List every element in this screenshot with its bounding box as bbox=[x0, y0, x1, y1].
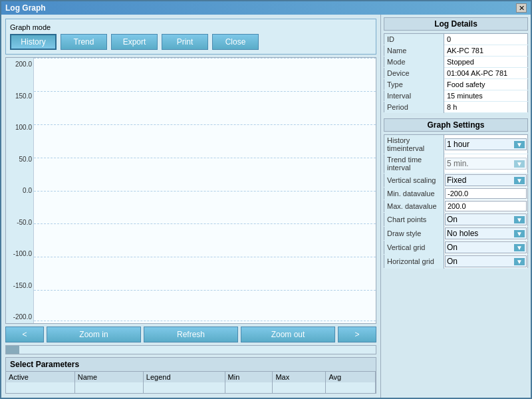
y-label-50: 50.0 bbox=[7, 156, 32, 163]
right-panel: Log Details ID 0 Name AK-PC 781 Mode Sto… bbox=[381, 15, 531, 398]
graph-settings-table: History timeinterval 1 hour ▼ Trend time… bbox=[384, 134, 528, 269]
chart-points-value: On bbox=[447, 215, 458, 224]
setting-label-trend-interval: Trend time interval bbox=[384, 154, 444, 174]
trend-interval-dropdown[interactable]: 5 min. ▼ bbox=[445, 158, 527, 170]
vertical-scaling-value: Fixed bbox=[447, 176, 466, 185]
setting-label-history-interval: History timeinterval bbox=[384, 135, 444, 154]
window-title: Log Graph bbox=[5, 3, 46, 13]
setting-row-draw-style: Draw style No holes ▼ bbox=[384, 227, 528, 241]
y-label-n100: -100.0 bbox=[7, 250, 32, 257]
setting-row-horizontal-grid: Horizontal grid On ▼ bbox=[384, 255, 528, 269]
detail-row-interval: Interval 15 minutes bbox=[384, 90, 528, 102]
zoom-in-button[interactable]: Zoom in bbox=[47, 327, 141, 342]
y-label-n200: -200.0 bbox=[7, 313, 32, 321]
vertical-scaling-arrow: ▼ bbox=[514, 177, 525, 184]
grid-line-7 bbox=[34, 257, 376, 257]
detail-label-interval: Interval bbox=[384, 90, 444, 102]
main-window: Log Graph ✕ Graph mode History Trend Exp… bbox=[0, 0, 532, 399]
prev-button[interactable]: < bbox=[5, 327, 44, 342]
trend-interval-arrow: ▼ bbox=[514, 160, 525, 168]
detail-value-device: 01:004 AK-PC 781 bbox=[444, 68, 528, 79]
min-datavalue-input[interactable] bbox=[445, 188, 527, 199]
detail-value-interval: 15 minutes bbox=[444, 90, 528, 102]
setting-row-trend-interval: Trend time interval 5 min. ▼ bbox=[384, 154, 528, 174]
vertical-scaling-dropdown[interactable]: Fixed ▼ bbox=[445, 174, 527, 186]
draw-style-arrow: ▼ bbox=[514, 230, 525, 237]
vertical-grid-dropdown[interactable]: On ▼ bbox=[445, 241, 527, 253]
export-button[interactable]: Export bbox=[111, 34, 158, 50]
col-min: Min bbox=[225, 372, 273, 382]
left-panel: Graph mode History Trend Export Print Cl… bbox=[1, 15, 381, 398]
detail-row-id: ID 0 bbox=[384, 34, 528, 45]
col-active: Active bbox=[6, 372, 74, 382]
detail-row-type: Type Food safety bbox=[384, 79, 528, 90]
detail-label-period: Period bbox=[384, 102, 444, 113]
graph-settings-title: Graph Settings bbox=[384, 118, 528, 132]
chart-y-axis: 200.0 150.0 100.0 50.0 0.0 -50.0 -100.0 … bbox=[6, 58, 34, 323]
trend-button[interactable]: Trend bbox=[61, 34, 107, 50]
draw-style-value: No holes bbox=[447, 229, 478, 238]
params-row-empty bbox=[6, 382, 376, 393]
params-title: Select Parameters bbox=[6, 358, 376, 372]
print-button[interactable]: Print bbox=[162, 34, 208, 50]
params-section: Select Parameters Active Name Legend Min… bbox=[5, 357, 376, 394]
detail-value-id: 0 bbox=[444, 34, 528, 45]
grid-line-8 bbox=[34, 290, 376, 291]
y-label-n150: -150.0 bbox=[7, 282, 32, 289]
setting-label-horizontal-grid: Horizontal grid bbox=[384, 255, 444, 269]
nav-buttons: < Zoom in Refresh Zoom out > bbox=[5, 327, 376, 342]
scroll-thumb[interactable] bbox=[6, 346, 19, 354]
detail-row-name: Name AK-PC 781 bbox=[384, 45, 528, 57]
chart-points-dropdown[interactable]: On ▼ bbox=[445, 213, 527, 225]
detail-value-mode: Stopped bbox=[444, 57, 528, 68]
setting-label-chart-points: Chart points bbox=[384, 213, 444, 227]
max-datavalue-input[interactable] bbox=[445, 201, 527, 211]
refresh-button[interactable]: Refresh bbox=[144, 327, 238, 342]
col-avg: Avg bbox=[326, 372, 376, 382]
setting-row-vertical-grid: Vertical grid On ▼ bbox=[384, 241, 528, 255]
horizontal-grid-dropdown[interactable]: On ▼ bbox=[445, 255, 527, 267]
y-label-200: 200.0 bbox=[7, 61, 32, 68]
col-legend: Legend bbox=[143, 372, 225, 382]
history-interval-arrow: ▼ bbox=[514, 141, 525, 148]
detail-label-type: Type bbox=[384, 79, 444, 90]
detail-row-device: Device 01:004 AK-PC 781 bbox=[384, 68, 528, 79]
history-interval-dropdown[interactable]: 1 hour ▼ bbox=[445, 138, 527, 150]
params-table: Active Name Legend Min Max Avg bbox=[6, 372, 376, 393]
setting-row-min-datavalue: Min. datavalue bbox=[384, 188, 528, 200]
detail-label-mode: Mode bbox=[384, 57, 444, 68]
next-button[interactable]: > bbox=[338, 327, 376, 342]
history-interval-value: 1 hour bbox=[447, 140, 469, 149]
chart-inner: 200.0 150.0 100.0 50.0 0.0 -50.0 -100.0 … bbox=[6, 58, 376, 323]
col-name: Name bbox=[74, 372, 143, 382]
detail-label-name: Name bbox=[384, 45, 444, 57]
vertical-grid-value: On bbox=[447, 243, 458, 252]
chart-points-arrow: ▼ bbox=[514, 216, 525, 223]
scroll-area[interactable] bbox=[5, 345, 376, 354]
y-label-n50: -50.0 bbox=[7, 219, 32, 226]
setting-row-history-interval: History timeinterval 1 hour ▼ bbox=[384, 135, 528, 154]
main-content: Graph mode History Trend Export Print Cl… bbox=[1, 15, 531, 398]
grid-line-9 bbox=[34, 321, 376, 321]
history-button[interactable]: History bbox=[10, 34, 57, 50]
log-details-table: ID 0 Name AK-PC 781 Mode Stopped Device … bbox=[384, 33, 528, 113]
zoom-out-button[interactable]: Zoom out bbox=[241, 327, 335, 342]
grid-line-5 bbox=[34, 191, 376, 192]
detail-value-name: AK-PC 781 bbox=[444, 45, 528, 57]
close-button[interactable]: ✕ bbox=[516, 3, 527, 13]
close-graph-button[interactable]: Close bbox=[212, 34, 259, 50]
log-details-title: Log Details bbox=[384, 17, 528, 31]
detail-row-period: Period 8 h bbox=[384, 102, 528, 113]
graph-mode-section: Graph mode History Trend Export Print Cl… bbox=[5, 19, 376, 55]
vertical-grid-arrow: ▼ bbox=[514, 244, 525, 251]
horizontal-grid-value: On bbox=[447, 257, 458, 266]
setting-label-vertical-grid: Vertical grid bbox=[384, 241, 444, 255]
y-label-150: 150.0 bbox=[7, 92, 32, 100]
setting-label-draw-style: Draw style bbox=[384, 227, 444, 241]
detail-value-period: 8 h bbox=[444, 102, 528, 113]
draw-style-dropdown[interactable]: No holes ▼ bbox=[445, 227, 527, 239]
col-max: Max bbox=[273, 372, 326, 382]
grid-line-2 bbox=[34, 91, 376, 92]
y-label-100: 100.0 bbox=[7, 124, 32, 131]
setting-row-chart-points: Chart points On ▼ bbox=[384, 213, 528, 227]
